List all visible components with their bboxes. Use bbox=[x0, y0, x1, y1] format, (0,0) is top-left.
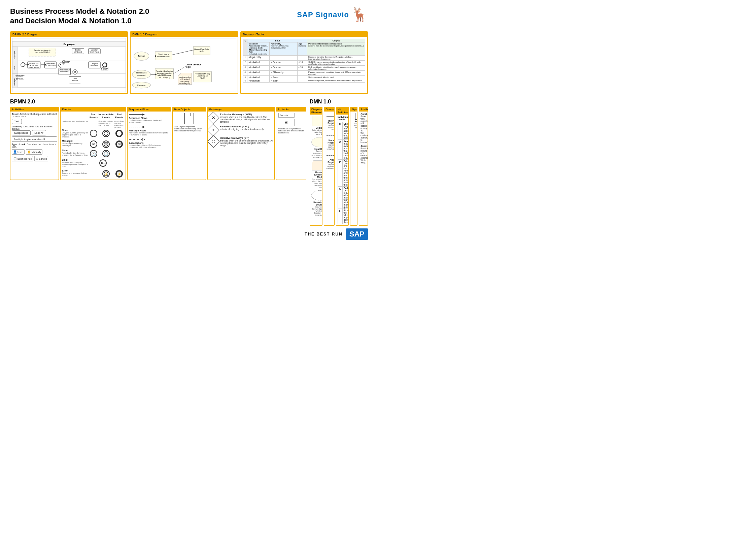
exclusive-gw-diamond: ✕ bbox=[207, 112, 219, 124]
parallel-gw-info: Parallel Gateways (AND) activate all out… bbox=[220, 125, 264, 130]
info-req-name: Information Requirement bbox=[325, 120, 335, 124]
text-note-shape: Test note bbox=[278, 113, 295, 118]
svg-text:Receive and: Receive and bbox=[29, 63, 38, 65]
hit-policy-f: F First: The first rule which applies, d… bbox=[338, 209, 349, 224]
parallel-gw-name: Parallel Gateways (AND) bbox=[220, 125, 264, 128]
business-rule-label: Business rule bbox=[18, 158, 32, 160]
question-attr: Question: Issue with regards to a decisi… bbox=[360, 113, 366, 144]
user-icon: 👤 bbox=[13, 150, 17, 154]
svg-text:document: document bbox=[138, 74, 146, 76]
svg-text:Customer: Customer bbox=[137, 84, 146, 86]
info-req-line bbox=[325, 113, 335, 120]
manually-label: Manually bbox=[32, 151, 41, 153]
start-desc: begin new process instances. bbox=[62, 120, 89, 128]
assoc-flow-name: Associations bbox=[129, 142, 169, 144]
exclusive-gw-info: Exclusive Gateways (XOR) are used when j… bbox=[220, 113, 273, 123]
table-row: 3 = individual = German ≥ 16 Birth certi… bbox=[243, 66, 365, 71]
operators-body: = Equals Testing this equality of values… bbox=[350, 112, 357, 136]
hit-policy-c: C Collect: Delivers all results as a lis… bbox=[338, 187, 349, 209]
table-row: 6 = individual = other Residence permit,… bbox=[243, 79, 365, 83]
timer-intermediate-container: 🕐 bbox=[99, 149, 114, 158]
manually-icon: ✋ bbox=[27, 150, 31, 154]
hit-f-letter: F bbox=[338, 209, 343, 224]
none-start-circle-container bbox=[90, 129, 98, 139]
message-end-circle: ✉ bbox=[115, 140, 123, 148]
authority-req-line bbox=[325, 152, 335, 159]
individual-results-col: Individual results U Unique: Only one ru… bbox=[338, 116, 349, 224]
seq-flow-desc: connect events, gateways, tasks and subp… bbox=[129, 119, 169, 123]
manually-task-type: ✋ Manually bbox=[26, 149, 42, 155]
knowledge-req-connector: Knowledge Requirement represents the app… bbox=[325, 132, 335, 150]
svg-text:Approved?: Approved? bbox=[62, 62, 70, 64]
message-event-row: Message: Receiving and sending messages. bbox=[62, 140, 89, 147]
events-panel-title: Events bbox=[61, 107, 126, 112]
dmn-diagram-title: DMN 1.0 Diagram bbox=[131, 32, 238, 37]
question-label: Question: bbox=[360, 113, 368, 115]
seq-panel-title: Sequence Flow bbox=[128, 107, 171, 112]
svg-text:General Tax Code: General Tax Code bbox=[194, 48, 209, 50]
exclusive-gw-symbol: ✕ bbox=[212, 116, 215, 120]
message-end-container: ✉ bbox=[114, 140, 124, 149]
knowledge-source-shape bbox=[311, 190, 322, 200]
svg-text:to §1 section 2: to §1 section 2 bbox=[180, 78, 190, 80]
user-label: User bbox=[18, 151, 23, 153]
svg-text:GwG (Money: GwG (Money bbox=[180, 81, 190, 83]
svg-text:document complies: document complies bbox=[157, 72, 172, 74]
equals-operator: = Equals Testing this equality of values… bbox=[352, 113, 357, 129]
events-panel-body: Start Events Intermediate Events End Eve… bbox=[61, 112, 126, 180]
svg-text:record with-: record with- bbox=[30, 65, 38, 66]
bpmn-diagram-title: BPMN 2.0 Diagram bbox=[11, 32, 127, 37]
intermediate-events-header: Intermediate Events bbox=[99, 113, 114, 119]
svg-text:successful: successful bbox=[101, 69, 108, 71]
decision-table-title: Decision Table bbox=[241, 32, 367, 37]
svg-text:(GwG): (GwG) bbox=[200, 77, 205, 79]
svg-text:Decision requirements: Decision requirements bbox=[34, 50, 50, 51]
bpmn-diagram-box: BPMN 2.0 Diagram Employee Employee Bank … bbox=[10, 31, 128, 94]
seq-flow-name: Sequence Flows bbox=[129, 117, 169, 119]
business-rule-task-type: 📋 Business rule bbox=[12, 156, 33, 161]
decision-element-desc: Determines a result value based on input… bbox=[311, 129, 322, 135]
svg-text:Employee: Employee bbox=[63, 43, 75, 46]
error-event-desc: Trigger and manage defined errors. bbox=[62, 172, 89, 176]
task-box: Task bbox=[12, 119, 22, 124]
dt-output-header: Output bbox=[307, 39, 365, 42]
timer-event-label: Timer: bbox=[62, 149, 89, 152]
error-end-circle: ⚡ bbox=[115, 170, 123, 178]
bpmn-ref-grid: Activities Tasks: Activities which repre… bbox=[10, 107, 306, 180]
input-data-element-name: Input Data bbox=[311, 148, 322, 150]
intermediate-desc: illustrate status / milestones in the pr… bbox=[99, 120, 114, 128]
activities-panel-body: Tasks: Activities which represent indivi… bbox=[10, 112, 59, 163]
message-event-label: Message: bbox=[62, 140, 89, 142]
dmn-ref-col: DMN 1.0 Diagram Elements Decision Determ… bbox=[310, 99, 368, 226]
table-row: 4 = individual = EU country Passport, pa… bbox=[243, 71, 365, 76]
hit-p-desc: Priority: More than one rule can apply. … bbox=[342, 160, 349, 187]
hit-a-desc: Any: Rules may overlap, provided that th… bbox=[342, 140, 349, 160]
knowledge-source-element: Knowledge Source Source of knowledge, fr… bbox=[311, 190, 322, 216]
top-diagrams-row: BPMN 2.0 Diagram Employee Employee Bank … bbox=[10, 31, 368, 94]
knowledge-req-desc: represents the application of a knowledg… bbox=[325, 144, 335, 150]
svg-text:Prevention of Money: Prevention of Money bbox=[195, 73, 210, 75]
flow-row: Sequence Flows connect events, gateways,… bbox=[129, 113, 169, 148]
subprocess-box: Subprocess bbox=[12, 130, 31, 135]
timer-start-circle: 🕐 bbox=[90, 150, 97, 157]
link-end-placeholder bbox=[114, 159, 124, 169]
hit-policies-title: Hit Policies bbox=[336, 107, 348, 115]
title-line2: and Decision Model & Notation 1.0 bbox=[10, 16, 149, 26]
labelling-label: Labelling: bbox=[12, 125, 23, 128]
seq-panel-body: Sequence Flows connect events, gateways,… bbox=[128, 112, 171, 150]
svg-text:Ascertain identification: Ascertain identification bbox=[156, 70, 173, 72]
dt-col-docs: Permitted Identification Documents(Excer… bbox=[307, 42, 365, 56]
gateways-panel-title: Gateways bbox=[208, 107, 274, 112]
svg-text:logic: logic bbox=[186, 66, 191, 68]
dmn-connector-row: Information Requirement represents the a… bbox=[325, 113, 333, 169]
message-start-circle: ✉ bbox=[90, 140, 97, 148]
events-type-col bbox=[62, 113, 89, 120]
exclusive-gw-row: ✕ Exclusive Gateways (XOR) are used when… bbox=[209, 113, 273, 123]
dt-col-nationality: Nationality(German, EU country, Switzerl… bbox=[270, 42, 297, 56]
table-row: 5 = individual = Swiss Swiss passport, i… bbox=[243, 76, 365, 79]
bkm-element-desc: Decision logic from which the decision-l… bbox=[311, 178, 322, 188]
none-intermediate-circle bbox=[102, 130, 110, 137]
start-events-header: Start Events bbox=[90, 113, 98, 119]
svg-text:(AO): (AO) bbox=[200, 50, 204, 52]
svg-point-45 bbox=[103, 63, 107, 67]
